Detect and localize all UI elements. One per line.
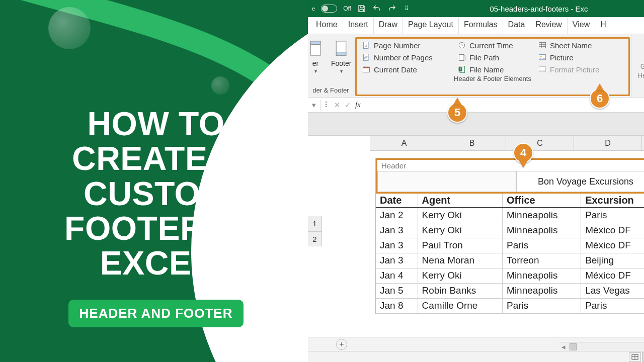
callout-6-num: 6 <box>597 92 603 105</box>
page-layout-view-button[interactable] <box>642 352 644 361</box>
svg-rect-15 <box>363 67 370 68</box>
footer-button[interactable]: Footer ▾ <box>329 36 353 74</box>
header-button[interactable]: er ▾ <box>308 36 326 74</box>
redo-icon[interactable] <box>387 4 396 13</box>
nav-line: Go to <box>640 62 644 70</box>
cell[interactable]: Minneapolis <box>503 223 581 238</box>
table-row[interactable]: Jan 3Kerry OkiMinneapolisMéxico DF <box>376 223 644 238</box>
chevron-down-icon: ▾ <box>314 68 317 74</box>
tab-view[interactable]: View <box>568 17 595 34</box>
col-d[interactable]: D <box>574 136 642 150</box>
cell[interactable]: Paris <box>503 238 581 253</box>
cell[interactable]: Paris <box>503 298 581 313</box>
file-path-button[interactable]: File Path <box>457 53 538 62</box>
tab-insert[interactable]: Insert <box>343 17 374 34</box>
th-office[interactable]: Office <box>503 194 581 208</box>
col-b[interactable]: B <box>438 136 506 150</box>
cell[interactable]: Jan 2 <box>376 208 418 223</box>
cell[interactable]: Robin Banks <box>418 283 503 298</box>
header-center-cell[interactable]: Bon Voyage Excursions <box>516 171 644 192</box>
table-row[interactable]: Jan 4Kerry OkiMinneapolisMéxico DF <box>376 268 644 283</box>
subtitle-pill: HEADER AND FOOTER <box>68 300 244 327</box>
callout-5: 5 <box>447 98 467 124</box>
cell[interactable]: Kerry Oki <box>418 268 503 283</box>
enter-icon[interactable]: ✓ <box>345 101 351 110</box>
deco-sphere-small <box>211 76 229 95</box>
status-bar <box>308 351 644 362</box>
cell[interactable]: Jan 3 <box>376 223 418 238</box>
tab-home[interactable]: Home <box>311 17 343 34</box>
current-date-button[interactable]: Current Date <box>362 65 457 74</box>
fx-icon[interactable]: fx <box>355 101 361 109</box>
cell[interactable]: Minneapolis <box>503 268 581 283</box>
format-picture-icon <box>538 65 547 74</box>
cell[interactable]: Kerry Oki <box>418 208 503 223</box>
cell[interactable]: Jan 3 <box>376 238 418 253</box>
th-agent[interactable]: Agent <box>418 194 503 208</box>
cell[interactable]: México DF <box>581 268 644 283</box>
undo-icon[interactable] <box>372 4 381 13</box>
cancel-icon[interactable]: ✕ <box>334 101 341 110</box>
clock-icon <box>457 41 466 50</box>
autosave-label: e <box>312 4 315 13</box>
th-date[interactable]: Date <box>376 194 418 208</box>
th-excursion[interactable]: Excursion <box>581 194 644 208</box>
tab-extra[interactable]: H <box>595 17 611 34</box>
file-name-button[interactable]: X File Name <box>457 65 538 74</box>
col-a[interactable]: A <box>370 136 438 150</box>
table-row[interactable]: Jan 8Camille OrneParisParis <box>376 298 644 313</box>
tab-draw[interactable]: Draw <box>374 17 403 34</box>
page-number-button[interactable]: # Page Number <box>362 41 457 50</box>
ribbon-tabs: Home Insert Draw Page Layout Formulas Da… <box>308 17 644 34</box>
go-to-header-button[interactable]: Go to Header <box>635 39 644 79</box>
excel-file-icon: X <box>457 65 466 74</box>
tab-page-layout[interactable]: Page Layout <box>403 17 459 34</box>
cell[interactable]: Torreon <box>503 253 581 268</box>
cell[interactable]: Paris <box>581 298 644 313</box>
header-left-cell[interactable] <box>377 171 516 192</box>
column-headers: A B C D <box>370 136 644 151</box>
normal-view-button[interactable] <box>629 352 641 361</box>
horizontal-scrollbar[interactable]: ◂ <box>559 342 644 351</box>
cell[interactable]: México DF <box>581 238 644 253</box>
sheet-name-button[interactable]: Sheet Name <box>538 41 623 50</box>
tab-formulas[interactable]: Formulas <box>459 17 503 34</box>
cell[interactable]: Minneapolis <box>503 208 581 223</box>
cell[interactable]: Jan 3 <box>376 253 418 268</box>
tab-data[interactable]: Data <box>503 17 531 34</box>
tab-review[interactable]: Review <box>530 17 567 34</box>
picture-button[interactable]: Picture <box>538 53 623 62</box>
svg-point-13 <box>540 56 542 57</box>
sheet-icon <box>538 41 547 50</box>
table-row[interactable]: Jan 3Paul TronParisMéxico DF <box>376 238 644 253</box>
cell[interactable]: Beijing <box>581 253 644 268</box>
qat-more-icon[interactable]: ⠿ <box>403 4 412 13</box>
name-box-dropdown-icon[interactable]: ▾ <box>312 101 316 110</box>
cell[interactable]: Las Vegas <box>581 283 644 298</box>
header-footer-elements-group: # Page Number Current Time Sheet Name ##… <box>355 37 630 96</box>
current-date-label: Current Date <box>374 65 417 74</box>
current-time-button[interactable]: Current Time <box>457 41 538 50</box>
cell[interactable]: Paul Tron <box>418 238 503 253</box>
number-of-pages-button[interactable]: ## Number of Pages <box>362 53 457 62</box>
cell[interactable]: Jan 5 <box>376 283 418 298</box>
table-row[interactable]: Jan 5Robin BanksMinneapolisLas Vegas <box>376 283 644 298</box>
save-icon[interactable] <box>357 4 366 13</box>
page-preview: Header Bon Voyage Excursions Date Agent … <box>375 158 644 314</box>
callout-6: 6 <box>590 83 610 110</box>
cell[interactable]: Camille Orne <box>418 298 503 313</box>
cell[interactable]: México DF <box>581 223 644 238</box>
svg-rect-11 <box>459 54 464 60</box>
cell[interactable]: Jan 4 <box>376 268 418 283</box>
table-row[interactable]: Jan 2Kerry OkiMinneapolisParis <box>376 208 644 223</box>
autosave-toggle[interactable] <box>321 5 337 13</box>
file-path-icon <box>457 53 466 62</box>
cell[interactable]: Minneapolis <box>503 283 581 298</box>
new-sheet-button[interactable]: + <box>336 339 347 350</box>
table-row[interactable]: Jan 3Nena MoranTorreonBeijing <box>376 253 644 268</box>
cell[interactable]: Paris <box>581 208 644 223</box>
cell[interactable]: Jan 8 <box>376 298 418 313</box>
cell[interactable]: Kerry Oki <box>418 223 503 238</box>
cell[interactable]: Nena Moran <box>418 253 503 268</box>
header-region[interactable]: Header Bon Voyage Excursions <box>376 158 644 194</box>
